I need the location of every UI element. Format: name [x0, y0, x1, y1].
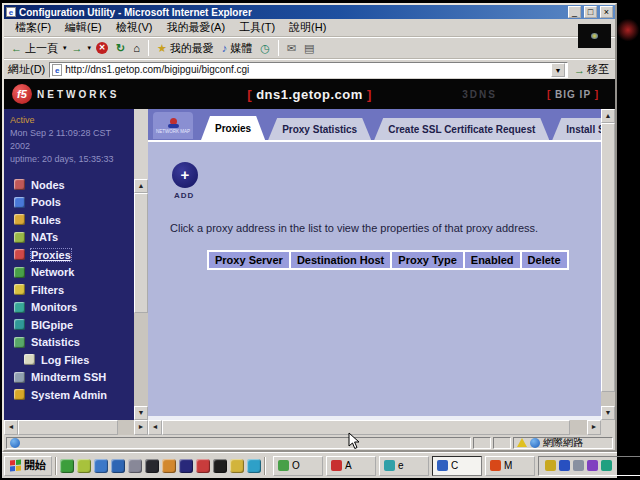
main-scrollbar-horizontal[interactable]: ◄ ► — [148, 420, 601, 435]
menu-file[interactable]: 檔案(F) — [8, 19, 58, 36]
quicklaunch-icon[interactable] — [128, 459, 142, 473]
print-button[interactable]: ▤ — [301, 41, 317, 55]
tray-icon[interactable] — [573, 460, 584, 471]
taskbar: 開始 O A e C M — [2, 452, 617, 478]
quicklaunch-icon[interactable] — [196, 459, 210, 473]
menu-help[interactable]: 說明(H) — [282, 19, 333, 36]
sidebar: Active Mon Sep 2 11:09:28 CST 2002 uptim… — [4, 109, 134, 420]
home-button[interactable]: ⌂ — [130, 41, 143, 55]
forward-dropdown[interactable]: ▾ — [88, 44, 92, 52]
sidebar-item-monitors[interactable]: Monitors — [4, 299, 134, 317]
menu-view[interactable]: 檢視(V) — [109, 19, 160, 36]
close-button[interactable]: × — [600, 6, 613, 18]
stop-button[interactable]: ✕ — [93, 41, 111, 55]
go-button[interactable]: → 移至 — [572, 62, 611, 77]
history-button[interactable]: ◷ — [257, 41, 273, 55]
quicklaunch-icon[interactable] — [77, 459, 91, 473]
taskbar-clock[interactable]: 上午 11:00 — [618, 459, 640, 473]
quicklaunch-icon[interactable] — [247, 459, 261, 473]
mail-button[interactable]: ✉ — [284, 41, 299, 55]
back-button[interactable]: ← 上一頁 — [8, 40, 61, 57]
menu-favorites[interactable]: 我的最愛(A) — [159, 19, 232, 36]
scroll-down-icon[interactable]: ▼ — [601, 406, 615, 420]
address-input[interactable]: e http://dns1.getop.com/bigipgui/bigconf… — [49, 62, 568, 78]
sidebar-scrollbar-horizontal[interactable]: ◄ ► — [4, 420, 148, 435]
scroll-right-icon[interactable]: ► — [134, 420, 148, 435]
sidebar-item-log-files[interactable]: Log Files — [4, 351, 134, 369]
sidebar-item-nodes[interactable]: Nodes — [4, 176, 134, 194]
maximize-button[interactable]: □ — [584, 6, 597, 18]
favorites-button[interactable]: ★ 我的最愛 — [154, 40, 217, 57]
sidebar-item-rules[interactable]: Rules — [4, 211, 134, 229]
ie-window-icon: e — [6, 7, 16, 17]
quicklaunch-icon[interactable] — [145, 459, 159, 473]
menubar: 檔案(F) 編輯(E) 檢視(V) 我的最愛(A) 工具(T) 說明(H) — [4, 19, 615, 37]
scroll-thumb[interactable] — [162, 420, 570, 435]
task-button[interactable]: O — [273, 456, 323, 476]
back-icon: ← — [11, 42, 22, 54]
start-button[interactable]: 開始 — [4, 456, 52, 476]
tab-install-ssl-certificate[interactable]: Install SSL Certif — [552, 118, 601, 140]
scroll-thumb[interactable] — [601, 123, 615, 392]
tray-icon[interactable] — [545, 460, 556, 471]
scroll-thumb[interactable] — [18, 420, 118, 435]
task-button-active[interactable]: C — [432, 456, 482, 476]
quicklaunch-icon[interactable] — [94, 459, 108, 473]
tab-create-ssl-certificate-request[interactable]: Create SSL Certificate Request — [374, 118, 549, 140]
quicklaunch-icon[interactable] — [179, 459, 193, 473]
nats-icon — [14, 232, 25, 243]
sidebar-item-system-admin[interactable]: System Admin — [4, 386, 134, 404]
main-scrollbar-vertical[interactable]: ▲ ▼ — [601, 109, 615, 420]
address-label: 網址(D) — [8, 62, 45, 77]
statusbar-zone-section: 網際網路 — [513, 437, 613, 449]
filters-icon — [14, 284, 25, 295]
scroll-up-icon[interactable]: ▲ — [134, 179, 148, 193]
tray-icon[interactable] — [559, 460, 570, 471]
titlebar: e Configuration Utility - Microsoft Inte… — [4, 5, 615, 19]
sidebar-item-proxies[interactable]: Proxies — [4, 246, 134, 264]
sidebar-item-pools[interactable]: Pools — [4, 194, 134, 212]
address-dropdown[interactable]: ▼ — [551, 63, 565, 77]
task-button[interactable]: e — [379, 456, 429, 476]
tray-icon[interactable] — [587, 460, 598, 471]
forward-button[interactable]: → — [69, 41, 86, 55]
back-dropdown[interactable]: ▾ — [63, 44, 67, 52]
column-delete: Delete — [522, 252, 567, 268]
scroll-right-icon[interactable]: ► — [587, 420, 601, 435]
quicklaunch-icon[interactable] — [60, 459, 74, 473]
refresh-button[interactable]: ↻ — [113, 41, 128, 55]
quicklaunch-icon[interactable] — [230, 459, 244, 473]
main-panel: NETWORK MAP Proxies Proxy Statistics Cre… — [148, 109, 601, 420]
scroll-thumb[interactable] — [134, 193, 148, 313]
task-button[interactable]: A — [326, 456, 376, 476]
sidebar-scrollbar-vertical[interactable]: ▲ ▼ — [134, 179, 148, 420]
task-button[interactable]: M — [485, 456, 535, 476]
tab-proxy-statistics[interactable]: Proxy Statistics — [268, 118, 371, 140]
media-button[interactable]: ♪ 媒體 — [219, 40, 256, 57]
quicklaunch-icon[interactable] — [162, 459, 176, 473]
tray-icon[interactable] — [601, 460, 612, 471]
sidebar-item-filters[interactable]: Filters — [4, 281, 134, 299]
scroll-down-icon[interactable]: ▼ — [134, 406, 148, 420]
sidebar-item-mindterm-ssh[interactable]: Mindterm SSH — [4, 369, 134, 387]
sidebar-item-bigpipe[interactable]: BIGpipe — [4, 316, 134, 334]
ie-window: e Configuration Utility - Microsoft Inte… — [2, 3, 617, 452]
tab-proxies[interactable]: Proxies — [201, 116, 265, 140]
menu-tools[interactable]: 工具(T) — [232, 19, 282, 36]
media-icon: ♪ — [222, 42, 228, 54]
sidebar-item-statistics[interactable]: Statistics — [4, 334, 134, 352]
statusbar-section — [493, 437, 511, 449]
sidebar-item-nats[interactable]: NATs — [4, 229, 134, 247]
page-icon: e — [52, 64, 62, 76]
menu-edit[interactable]: 編輯(E) — [58, 19, 109, 36]
scroll-left-icon[interactable]: ◄ — [148, 420, 162, 435]
quicklaunch-icon[interactable] — [213, 459, 227, 473]
add-proxy-button[interactable]: + — [172, 162, 198, 188]
sidebar-item-network[interactable]: Network — [4, 264, 134, 282]
tab-strip: NETWORK MAP Proxies Proxy Statistics Cre… — [148, 109, 601, 140]
network-map-button[interactable]: NETWORK MAP — [153, 112, 193, 139]
scroll-up-icon[interactable]: ▲ — [601, 109, 615, 123]
quicklaunch-icon[interactable] — [111, 459, 125, 473]
scroll-left-icon[interactable]: ◄ — [4, 420, 18, 435]
minimize-button[interactable]: _ — [568, 6, 581, 18]
